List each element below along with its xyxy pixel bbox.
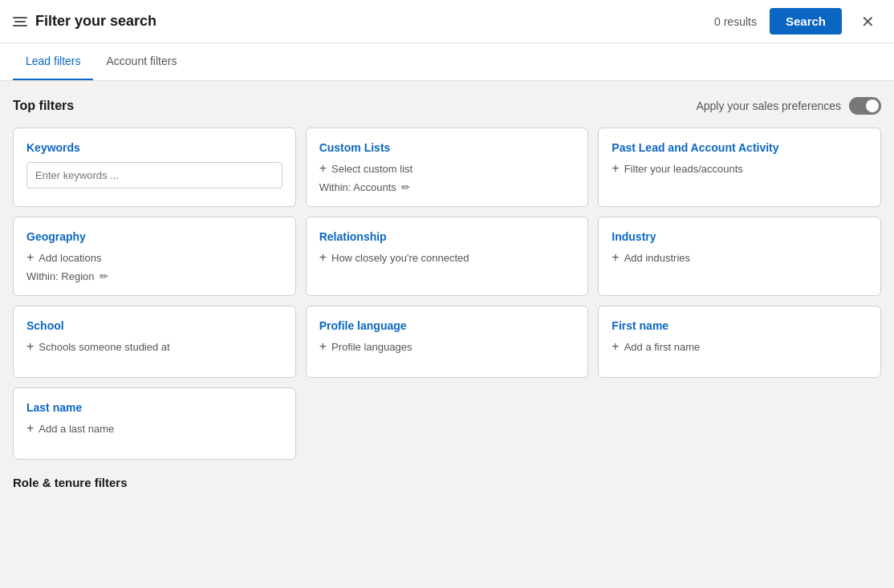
role-section-title: Role & tenure filters <box>13 476 881 489</box>
filter-card-school: School + Schools someone studied at <box>13 306 296 378</box>
section-title: Top filters <box>13 99 74 113</box>
plus-icon: + <box>26 422 34 435</box>
past-lead-title: Past Lead and Account Activity <box>612 141 868 154</box>
plus-icon: + <box>26 340 34 353</box>
last-name-action[interactable]: + Add a last name <box>26 422 282 435</box>
last-name-row: Last name + Add a last name <box>13 387 881 460</box>
results-count: 0 results <box>714 15 757 28</box>
preferences-row: Apply your sales preferences <box>696 97 881 115</box>
tab-account-filters[interactable]: Account filters <box>93 43 189 80</box>
filter-card-first-name: First name + Add a first name <box>598 306 881 378</box>
tabs-bar: Lead filters Account filters <box>0 43 894 81</box>
past-lead-action[interactable]: + Filter your leads/accounts <box>612 162 868 175</box>
custom-lists-within: Within: Accounts <box>319 181 396 193</box>
industry-title: Industry <box>612 230 868 243</box>
profile-language-action-label: Profile languages <box>331 341 412 353</box>
section-header: Top filters Apply your sales preferences <box>13 97 881 115</box>
filter-card-custom-lists: Custom Lists + Select custom list Within… <box>306 128 589 207</box>
first-name-action[interactable]: + Add a first name <box>612 340 868 353</box>
preferences-toggle[interactable] <box>849 97 881 115</box>
geography-action-label: Add locations <box>39 252 101 264</box>
profile-language-title: Profile language <box>319 319 575 332</box>
filter-icon <box>13 17 27 26</box>
school-action[interactable]: + Schools someone studied at <box>26 340 282 353</box>
industry-action[interactable]: + Add industries <box>612 251 868 264</box>
industry-action-label: Add industries <box>624 252 690 264</box>
filter-card-last-name: Last name + Add a last name <box>13 387 296 460</box>
page-title: Filter your search <box>35 13 156 30</box>
preferences-label: Apply your sales preferences <box>696 99 841 112</box>
toggle-track <box>849 97 881 115</box>
edit-icon[interactable]: ✏ <box>401 181 410 193</box>
header-left: Filter your search <box>13 13 714 30</box>
geography-within: Within: Region <box>26 270 95 282</box>
keywords-input[interactable] <box>26 162 282 189</box>
plus-icon: + <box>319 340 327 353</box>
filter-card-keywords: Keywords <box>13 128 296 207</box>
custom-lists-action[interactable]: + Select custom list <box>319 162 575 175</box>
keywords-title: Keywords <box>26 141 282 154</box>
plus-icon: + <box>612 162 619 175</box>
first-name-title: First name <box>612 319 868 332</box>
close-button[interactable]: ✕ <box>855 9 881 34</box>
header-right: 0 results Search ✕ <box>714 8 881 34</box>
edit-icon[interactable]: ✏ <box>100 270 108 282</box>
profile-language-action[interactable]: + Profile languages <box>319 340 575 353</box>
filters-grid: Keywords Custom Lists + Select custom li… <box>13 128 881 378</box>
plus-icon: + <box>612 340 619 353</box>
plus-icon: + <box>319 162 327 175</box>
filter-card-relationship: Relationship + How closely you're connec… <box>306 217 589 296</box>
geography-title: Geography <box>26 230 282 243</box>
toggle-thumb <box>866 99 879 112</box>
plus-icon: + <box>26 251 34 264</box>
custom-lists-action-label: Select custom list <box>331 163 412 175</box>
relationship-action[interactable]: + How closely you're connected <box>319 251 575 264</box>
custom-lists-title: Custom Lists <box>319 141 575 154</box>
plus-icon: + <box>612 251 619 264</box>
filter-card-industry: Industry + Add industries <box>598 217 881 296</box>
filter-card-profile-language: Profile language + Profile languages <box>306 306 589 378</box>
school-action-label: Schools someone studied at <box>39 341 169 353</box>
school-title: School <box>26 319 282 332</box>
filter-card-past-lead: Past Lead and Account Activity + Filter … <box>598 128 881 207</box>
content-area: Top filters Apply your sales preferences… <box>0 81 894 505</box>
past-lead-action-label: Filter your leads/accounts <box>624 163 743 175</box>
geography-action[interactable]: + Add locations <box>26 251 282 264</box>
search-button[interactable]: Search <box>770 8 842 34</box>
geography-sub: Within: Region ✏ <box>26 270 282 282</box>
last-name-action-label: Add a last name <box>39 423 114 435</box>
filter-card-geography: Geography + Add locations Within: Region… <box>13 217 296 296</box>
last-name-title: Last name <box>26 401 282 414</box>
plus-icon: + <box>319 251 327 264</box>
first-name-action-label: Add a first name <box>624 341 701 353</box>
custom-lists-sub: Within: Accounts ✏ <box>319 181 575 193</box>
tab-lead-filters[interactable]: Lead filters <box>13 43 93 80</box>
header: Filter your search 0 results Search ✕ <box>0 0 894 43</box>
relationship-action-label: How closely you're connected <box>331 252 469 264</box>
relationship-title: Relationship <box>319 230 575 243</box>
